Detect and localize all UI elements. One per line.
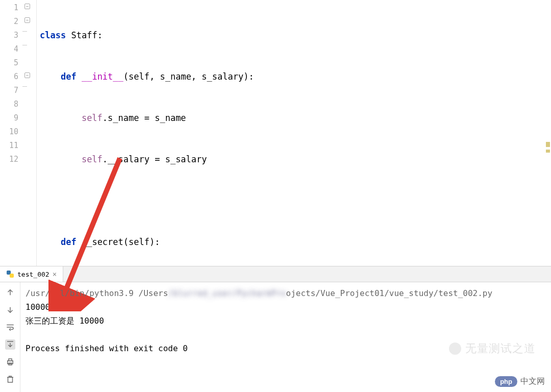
scroll-down-icon[interactable] — [5, 305, 15, 315]
console-line: /usr/lo — [26, 288, 60, 298]
fold-toggle-icon[interactable]: − — [24, 17, 30, 23]
line-number: 3 — [0, 29, 22, 42]
line-number: 10 — [0, 125, 22, 139]
fn-params: (self, s_name, s_salary): — [123, 71, 254, 82]
fold-guide — [22, 31, 27, 45]
assign: .__salary = s_salary — [103, 154, 207, 164]
code-editor[interactable]: 1 2 3 4 5 6 7 8 9 10 11 12 − − − class S… — [0, 0, 551, 266]
watermark-text: 无量测试之道 — [449, 341, 536, 356]
line-number: 5 — [0, 56, 22, 70]
colon: : — [97, 30, 103, 40]
php-badge-icon: php — [495, 376, 517, 387]
fn-name: __secret — [82, 237, 123, 247]
run-tool-window: /usr/lol/bin/python3.9 /Users/blurred_us… — [0, 282, 551, 392]
assign: .s_name = s_name — [103, 113, 186, 123]
scroll-to-end-icon[interactable] — [5, 339, 15, 350]
line-number: 1 — [0, 1, 22, 15]
line-number: 7 — [0, 84, 22, 97]
run-tab-bar: test_002 × — [0, 266, 551, 282]
fold-guide — [22, 45, 27, 59]
kw-def: def — [61, 237, 77, 247]
fold-gutter: − − − — [22, 0, 37, 266]
fn-name: __init__ — [82, 71, 123, 82]
watermark-badge-text: 中文网 — [520, 376, 545, 387]
svg-rect-1 — [9, 359, 12, 361]
console-toolbar — [0, 282, 20, 392]
console-line: ojects/Vue_Project01/vue_study/test_002.… — [286, 288, 493, 298]
scroll-up-icon[interactable] — [5, 287, 15, 298]
console-line: 10000 — [26, 302, 50, 312]
fold-guide — [22, 86, 27, 100]
line-number: 9 — [0, 111, 22, 125]
run-tab[interactable]: test_002 × — [0, 266, 63, 282]
line-number-gutter: 1 2 3 4 5 6 7 8 9 10 11 12 — [0, 0, 22, 266]
line-number: 4 — [0, 42, 22, 56]
fold-toggle-icon[interactable]: − — [24, 4, 30, 9]
line-number: 8 — [0, 97, 22, 111]
console-blurred-path: /blurred_user/PycharmPro — [168, 288, 286, 298]
line-number: 6 — [0, 70, 22, 84]
print-icon[interactable] — [5, 357, 15, 367]
soft-wrap-icon[interactable] — [5, 322, 15, 332]
watermark-label: 无量测试之道 — [465, 341, 536, 356]
run-tab-label: test_002 — [17, 271, 49, 278]
console-output[interactable]: /usr/lol/bin/python3.9 /Users/blurred_us… — [20, 282, 551, 392]
kw-class: class — [40, 30, 66, 40]
console-line: Process finished with exit code 0 — [26, 344, 188, 353]
close-icon[interactable]: × — [53, 270, 57, 278]
line-number: 2 — [0, 15, 22, 29]
self-kw: self — [82, 154, 103, 164]
code-area[interactable]: class Staff: def __init__(self, s_name, … — [37, 0, 551, 266]
line-number: 12 — [0, 153, 22, 166]
watermark-badge: php 中文网 — [495, 376, 545, 387]
python-icon — [6, 270, 14, 278]
fold-toggle-icon[interactable]: − — [24, 72, 30, 78]
trash-icon[interactable] — [5, 374, 15, 384]
fn-params: (self): — [123, 237, 160, 247]
self-kw: self — [82, 113, 103, 123]
line-number: 11 — [0, 139, 22, 153]
watermark-logo-icon — [449, 342, 461, 355]
svg-rect-3 — [8, 377, 12, 382]
scrollbar-mark-warning[interactable] — [546, 142, 550, 147]
console-line: l/bin/python3.9 /Users — [60, 288, 168, 298]
scrollbar-mark-warning[interactable] — [546, 150, 550, 153]
kw-def: def — [61, 71, 77, 82]
class-name: Staff — [71, 30, 97, 40]
console-line: 张三的工资是 10000 — [26, 316, 104, 326]
